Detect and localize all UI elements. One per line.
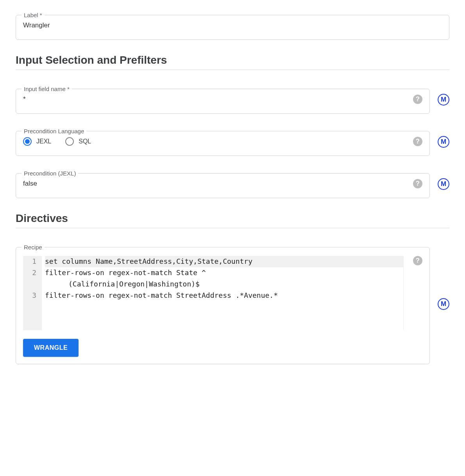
radio-circle-icon bbox=[23, 137, 32, 146]
recipe-legend: Recipe bbox=[21, 244, 45, 251]
input-field-name-fieldset: Input field name * ? bbox=[16, 86, 430, 114]
gutter-line: 2 bbox=[29, 267, 36, 279]
precondition-jexl-legend: Precondition (JEXL) bbox=[21, 170, 78, 177]
recipe-code-editor[interactable]: 123 set columns Name,StreetAddress,City,… bbox=[23, 256, 404, 330]
recipe-fieldset: Recipe 123 set columns Name,StreetAddres… bbox=[16, 244, 430, 364]
code-gutter: 123 bbox=[23, 256, 42, 330]
radio-label-sql: SQL bbox=[79, 138, 91, 145]
wrangle-button[interactable]: WRANGLE bbox=[23, 339, 79, 357]
radio-option-jexl[interactable]: JEXL bbox=[23, 137, 51, 146]
precondition-jexl-fieldset: Precondition (JEXL) ? bbox=[16, 170, 430, 198]
input-field-name-legend: Input field name * bbox=[21, 86, 72, 92]
macro-icon[interactable]: M bbox=[438, 136, 449, 148]
radio-option-sql[interactable]: SQL bbox=[65, 137, 91, 146]
gutter-line: 1 bbox=[29, 256, 36, 267]
input-field-name-input[interactable] bbox=[23, 95, 409, 103]
gutter-line: 3 bbox=[29, 290, 36, 301]
macro-icon[interactable]: M bbox=[438, 94, 449, 106]
help-icon[interactable]: ? bbox=[413, 137, 422, 146]
label-fieldset: Label * bbox=[16, 12, 449, 40]
code-lines: set columns Name,StreetAddress,City,Stat… bbox=[42, 256, 403, 330]
code-line: set columns Name,StreetAddress,City,Stat… bbox=[45, 256, 403, 267]
section-input-selection-title: Input Selection and Prefilters bbox=[16, 54, 449, 66]
section-divider bbox=[16, 228, 449, 228]
radio-circle-icon bbox=[65, 137, 74, 146]
macro-icon[interactable]: M bbox=[438, 298, 449, 310]
help-icon[interactable]: ? bbox=[413, 179, 422, 188]
section-divider bbox=[16, 70, 449, 70]
label-input[interactable] bbox=[23, 21, 442, 29]
precondition-language-fieldset: Precondition Language JEXL SQL ? bbox=[16, 128, 430, 156]
precondition-language-legend: Precondition Language bbox=[21, 128, 86, 134]
section-directives-title: Directives bbox=[16, 212, 449, 225]
gutter-line bbox=[29, 279, 36, 290]
macro-icon[interactable]: M bbox=[438, 178, 449, 190]
precondition-jexl-input[interactable] bbox=[23, 180, 409, 188]
code-line: filter-rows-on regex-not-match State ^ bbox=[45, 267, 403, 279]
label-legend: Label * bbox=[21, 12, 45, 18]
radio-label-jexl: JEXL bbox=[36, 138, 51, 145]
code-line: (California|Oregon|Washington)$ bbox=[45, 279, 403, 290]
help-icon[interactable]: ? bbox=[413, 95, 422, 104]
precondition-language-radio-group: JEXL SQL bbox=[23, 137, 409, 146]
code-line: filter-rows-on regex-not-match StreetAdd… bbox=[45, 290, 403, 301]
help-icon[interactable]: ? bbox=[413, 256, 422, 265]
